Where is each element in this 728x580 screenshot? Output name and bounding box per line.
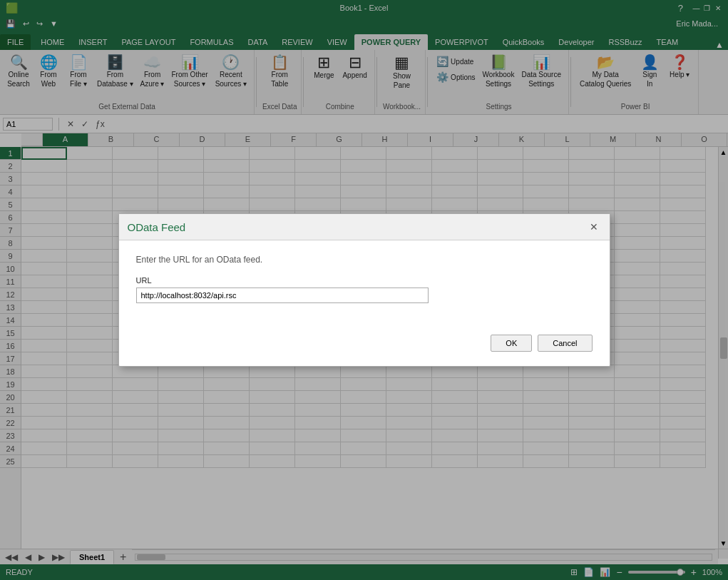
dialog-url-input[interactable] bbox=[136, 288, 429, 303]
dialog-body: Enter the URL for an OData feed. URL bbox=[119, 240, 610, 335]
dialog-title: OData Feed bbox=[128, 221, 186, 233]
dialog-title-bar: OData Feed ✕ bbox=[119, 214, 610, 240]
dialog-overlay: OData Feed ✕ Enter the URL for an OData … bbox=[0, 0, 728, 580]
dialog-subtitle: Enter the URL for an OData feed. bbox=[136, 255, 593, 265]
dialog-url-label: URL bbox=[136, 276, 593, 285]
dialog-ok-button[interactable]: OK bbox=[491, 335, 532, 352]
dialog-close-button[interactable]: ✕ bbox=[587, 220, 601, 234]
odata-feed-dialog: OData Feed ✕ Enter the URL for an OData … bbox=[118, 213, 610, 367]
dialog-cancel-button[interactable]: Cancel bbox=[538, 335, 592, 352]
dialog-footer: OK Cancel bbox=[119, 335, 610, 366]
